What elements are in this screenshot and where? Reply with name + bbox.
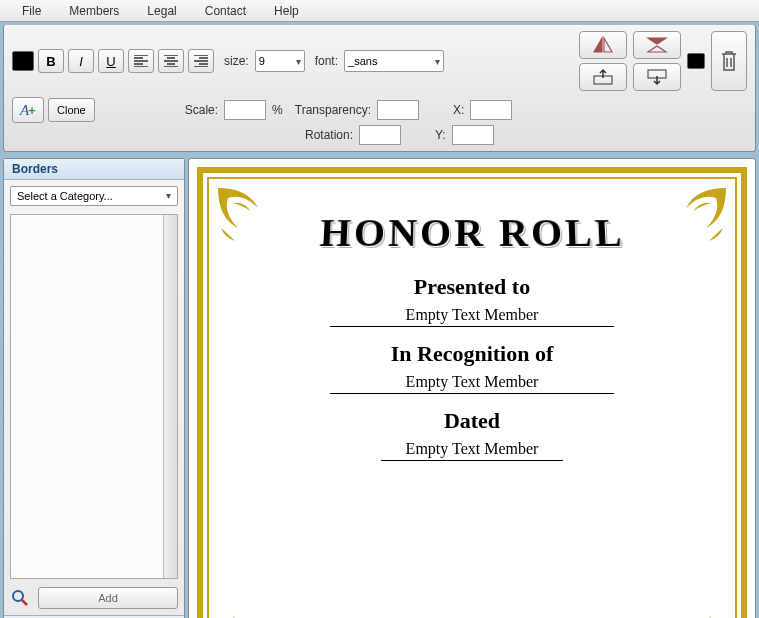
svg-point-2: [13, 591, 23, 601]
send-backward-button[interactable]: [633, 63, 681, 91]
align-right-icon: [194, 55, 208, 67]
size-select[interactable]: 9: [255, 50, 305, 72]
bring-forward-button[interactable]: [579, 63, 627, 91]
text-color-swatch[interactable]: [12, 51, 34, 71]
scale-input[interactable]: [224, 100, 266, 120]
preview-scrollbar[interactable]: [163, 215, 177, 578]
certificate-title[interactable]: HONOR ROLL: [318, 209, 625, 256]
transparency-label: Transparency:: [295, 103, 371, 117]
corner-ornament-tl: [213, 183, 283, 253]
sidebar: Borders Select a Category... Add Banners…: [3, 158, 185, 618]
bold-button[interactable]: B: [38, 49, 64, 73]
cert-dated[interactable]: Dated: [444, 408, 500, 434]
preview-area[interactable]: [11, 215, 163, 578]
size-label: size:: [224, 54, 249, 68]
flip-h-icon: [592, 36, 614, 54]
underline-button[interactable]: U: [98, 49, 124, 73]
flip-v-icon: [646, 36, 668, 54]
font-label: font:: [315, 54, 338, 68]
align-right-button[interactable]: [188, 49, 214, 73]
corner-ornament-br: [661, 605, 731, 618]
cert-recipient-field[interactable]: Empty Text Member: [330, 306, 614, 327]
font-select[interactable]: _sans: [344, 50, 444, 72]
menu-members[interactable]: Members: [55, 2, 133, 20]
align-center-button[interactable]: [158, 49, 184, 73]
menu-help[interactable]: Help: [260, 2, 313, 20]
y-label: Y:: [435, 128, 446, 142]
trash-icon: [719, 49, 739, 73]
clone-button[interactable]: Clone: [48, 98, 95, 122]
x-label: X:: [453, 103, 464, 117]
menu-contact[interactable]: Contact: [191, 2, 260, 20]
cert-date-field[interactable]: Empty Text Member: [381, 440, 564, 461]
rotation-input[interactable]: [359, 125, 401, 145]
italic-button[interactable]: I: [68, 49, 94, 73]
add-button[interactable]: Add: [38, 587, 178, 609]
scale-label: Scale:: [185, 103, 218, 117]
align-center-icon: [164, 55, 178, 67]
flip-horizontal-button[interactable]: [579, 31, 627, 59]
percent-label: %: [272, 103, 283, 117]
certificate-canvas[interactable]: HONOR ROLL Presented to Empty Text Membe…: [188, 158, 756, 618]
cert-reason-field[interactable]: Empty Text Member: [330, 373, 614, 394]
menu-legal[interactable]: Legal: [133, 2, 190, 20]
rotation-label: Rotation:: [305, 128, 353, 142]
zoom-button[interactable]: [10, 588, 30, 608]
panel-borders-header[interactable]: Borders: [4, 159, 184, 180]
border-preview-list: [10, 214, 178, 579]
corner-ornament-tr: [661, 183, 731, 253]
align-left-button[interactable]: [128, 49, 154, 73]
menu-bar: File Members Legal Contact Help: [0, 0, 759, 22]
panel-borders-body: Select a Category... Add: [4, 180, 184, 615]
y-input[interactable]: [452, 125, 494, 145]
corner-ornament-bl: [213, 605, 283, 618]
magnifier-icon: [11, 589, 29, 607]
flip-vertical-button[interactable]: [633, 31, 681, 59]
certificate-border: HONOR ROLL Presented to Empty Text Membe…: [197, 167, 747, 618]
send-backward-icon: [646, 68, 668, 86]
transparency-input[interactable]: [377, 100, 419, 120]
align-left-icon: [134, 55, 148, 67]
x-input[interactable]: [470, 100, 512, 120]
category-select[interactable]: Select a Category...: [10, 186, 178, 206]
bring-forward-icon: [592, 68, 614, 86]
cert-recognition-of[interactable]: In Recognition of: [391, 341, 554, 367]
fill-color-swatch[interactable]: [687, 53, 705, 69]
toolbar: B I U size: 9 font: _sans: [3, 25, 756, 152]
cert-presented-to[interactable]: Presented to: [414, 274, 530, 300]
delete-button[interactable]: [711, 31, 747, 91]
menu-file[interactable]: File: [8, 2, 55, 20]
add-text-button[interactable]: A+: [12, 97, 44, 123]
